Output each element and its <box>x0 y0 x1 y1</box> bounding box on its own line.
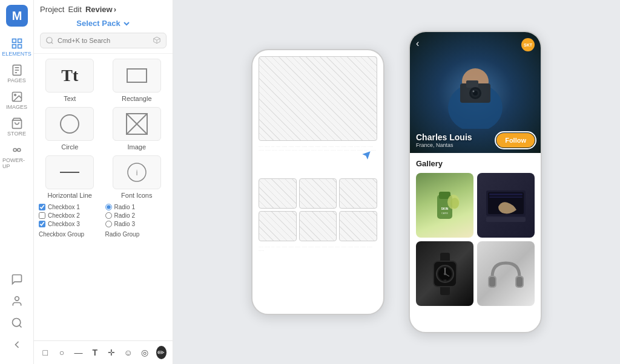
element-horizontal-line[interactable]: Horizontal Line <box>39 155 101 199</box>
select-pack-button[interactable]: Select Pack <box>40 19 167 28</box>
radio-item-3[interactable]: Radio 3 <box>105 221 168 227</box>
svg-point-18 <box>47 37 52 43</box>
svg-point-58 <box>444 273 446 275</box>
search-bar <box>40 33 167 48</box>
gallery-item-2 <box>477 173 535 238</box>
radio-group: Radio 1 Radio 2 Radio 3 <box>105 204 168 227</box>
app-logo: M <box>6 5 28 27</box>
wireframe-text-bottom: ....... ........ ..... ....... ........ … <box>259 245 377 262</box>
gallery-item-4 <box>477 241 535 306</box>
checkbox-3[interactable] <box>39 221 45 227</box>
rectangle-icon <box>113 59 161 93</box>
sidebar-item-user[interactable] <box>8 291 25 311</box>
image-label: Image <box>127 143 146 151</box>
svg-point-15 <box>15 297 19 301</box>
sidebar-item-store[interactable]: STORE <box>0 114 33 140</box>
svg-rect-34 <box>466 80 478 88</box>
main-canvas: ....... ........ ..... ....... ........ … <box>173 0 620 364</box>
svg-point-11 <box>14 94 15 96</box>
checkbox-2[interactable] <box>39 212 45 219</box>
radio-1[interactable] <box>105 204 112 210</box>
radio-group-label: Radio Group <box>105 231 168 238</box>
toolbar-text[interactable]: T <box>90 346 100 359</box>
svg-text:M: M <box>12 9 22 22</box>
grid-item-3 <box>339 178 377 209</box>
toolbar-target[interactable]: ◎ <box>139 346 150 359</box>
review-nav[interactable]: Review › <box>85 5 116 14</box>
element-font-icons[interactable]: i Font Icons <box>106 155 168 199</box>
line-icon <box>45 155 94 189</box>
phone-mockup-wireframe: ....... ........ ..... ....... ........ … <box>251 49 384 315</box>
wireframe-hero <box>259 56 377 141</box>
toolbar-pencil[interactable]: ✏ <box>156 346 167 359</box>
checkbox-group-label: Checkbox Group <box>39 231 102 238</box>
svg-rect-64 <box>516 277 523 287</box>
toolbar-move[interactable]: ✛ <box>107 346 117 359</box>
checkbox-group: Checkbox 1 Checkbox 2 Checkbox 3 <box>39 204 102 227</box>
sidebar-item-chat[interactable] <box>8 270 25 289</box>
svg-point-13 <box>13 149 16 152</box>
sidebar-item-power-up[interactable]: POWER-UP <box>0 140 33 173</box>
element-text[interactable]: Tt Text <box>39 59 101 102</box>
svg-rect-3 <box>18 39 21 43</box>
radio-3[interactable] <box>105 221 112 227</box>
toolbar-emoji[interactable]: ☺ <box>123 346 133 359</box>
text-icon: Tt <box>45 59 94 93</box>
checkbox-item-2[interactable]: Checkbox 2 <box>39 212 102 219</box>
project-nav[interactable]: Project <box>40 5 64 14</box>
toolbar-line[interactable]: — <box>73 346 84 359</box>
gallery-section: Gallery SKIN CARE <box>410 153 541 332</box>
checkbox-1[interactable] <box>39 204 45 210</box>
elements-panel: Project Edit Review › Select Pack Tt <box>34 0 173 364</box>
search-input[interactable] <box>58 37 149 44</box>
phone-mockup-profile: ‹ SKT Charles Louis France, Nantas Follo… <box>409 31 542 333</box>
bottom-toolbar: □ ○ — T ✛ ☺ ◎ ✏ <box>34 340 173 364</box>
gallery-grid: SKIN CARE <box>416 173 535 306</box>
profile-name: Charles Louis <box>416 132 472 142</box>
toolbar-circle[interactable]: ○ <box>56 346 67 359</box>
sidebar-bottom <box>8 270 25 359</box>
checkbox-item-3[interactable]: Checkbox 3 <box>39 221 102 227</box>
element-circle[interactable]: Circle <box>39 107 101 151</box>
search-icon <box>45 36 54 45</box>
svg-text:CARE: CARE <box>441 212 448 215</box>
font-icons-label: Font Icons <box>121 192 152 199</box>
follow-button[interactable]: Follow <box>496 133 535 148</box>
element-rectangle[interactable]: Rectangle <box>106 59 168 102</box>
watch-img: 12 12 <box>416 241 473 306</box>
back-arrow[interactable]: ‹ <box>416 38 419 49</box>
element-image[interactable]: Image <box>106 107 168 151</box>
laptop-img <box>477 173 535 238</box>
grid-item-4 <box>259 211 297 241</box>
svg-rect-4 <box>12 45 16 48</box>
radio-2[interactable] <box>105 212 112 219</box>
radio-item-1[interactable]: Radio 1 <box>105 204 168 210</box>
gallery-item-3: 12 12 <box>416 241 473 306</box>
sidebar-item-images[interactable]: IMAGES <box>0 87 33 114</box>
wireframe-text-block: ....... ........ ..... ....... ........ … <box>259 145 377 175</box>
grid-item-5 <box>299 211 337 241</box>
edit-nav[interactable]: Edit <box>68 5 81 14</box>
grid-item-6 <box>339 211 377 241</box>
panel-body: Tt Text Rectangle Circle <box>34 54 173 340</box>
sidebar-item-search-nav[interactable] <box>8 313 25 333</box>
radio-item-2[interactable]: Radio 2 <box>105 212 168 219</box>
circle-label: Circle <box>61 143 78 151</box>
left-sidebar: M ELEMENTS PAGES IMAGES STORE POWER-UP <box>0 0 34 364</box>
svg-rect-23 <box>127 69 147 82</box>
sidebar-item-pages[interactable]: PAGES <box>0 60 33 87</box>
checkbox-item-1[interactable]: Checkbox 1 <box>39 204 102 210</box>
profile-location: France, Nantas <box>416 142 472 148</box>
grid-item-2 <box>299 178 337 209</box>
toolbar-rect[interactable]: □ <box>40 346 50 359</box>
svg-point-38 <box>473 91 475 93</box>
cream-product-img: SKIN CARE <box>416 173 473 238</box>
sidebar-item-elements[interactable]: ELEMENTS <box>0 34 33 60</box>
svg-point-44 <box>450 198 459 209</box>
text-label: Text <box>64 95 76 102</box>
circle-icon <box>45 107 94 141</box>
cube-icon <box>153 36 161 45</box>
image-icon <box>113 107 161 141</box>
sidebar-item-back[interactable] <box>8 335 25 354</box>
elements-grid: Tt Text Rectangle Circle <box>39 59 168 199</box>
